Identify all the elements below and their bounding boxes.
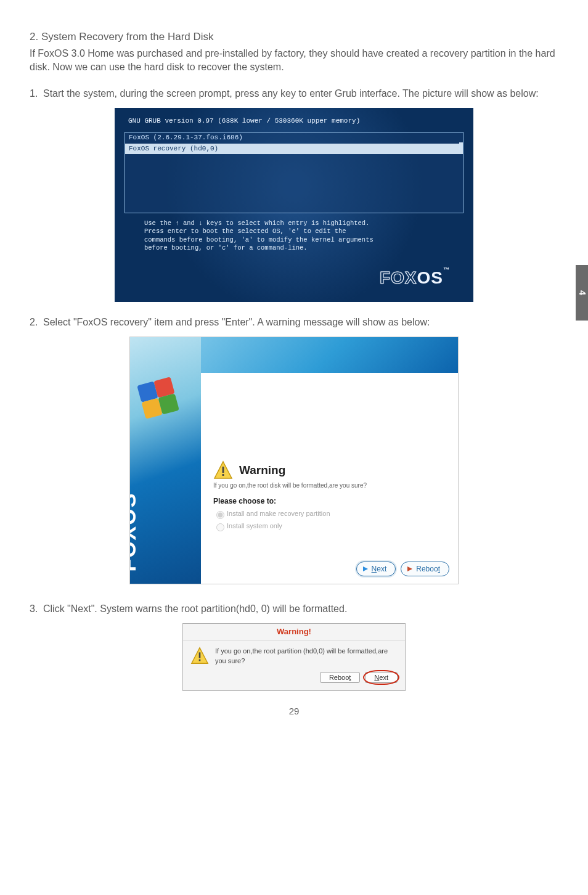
arrow-right-icon: [362, 565, 369, 573]
grub-help-text: Use the ↑ and ↓ keys to select which ent…: [144, 219, 428, 252]
svg-marker-3: [363, 566, 368, 571]
step-2: 2. Select "FoxOS recovery" item and pres…: [30, 316, 558, 329]
section-title: 2. System Recovery from the Hard Disk: [30, 30, 558, 44]
logo-os: OS: [417, 268, 443, 287]
intro-paragraph: If FoxOS 3.0 Home was purchased and pre-…: [30, 47, 558, 75]
installer-option-1-radio[interactable]: [216, 511, 224, 519]
installer-option-1[interactable]: Install and make recovery partition: [213, 509, 447, 519]
svg-rect-1: [223, 467, 224, 473]
step-1-text: Start the system, during the screen prom…: [43, 87, 558, 100]
puzzle-icon: [137, 377, 182, 422]
installer-option-2-radio[interactable]: [216, 523, 224, 531]
logo-fox: FOX: [380, 268, 417, 287]
dialog-warning-icon: [190, 647, 209, 665]
step-3-number: 3.: [30, 602, 43, 616]
installer-screenshot: FOXOS Warning If you go on,the root disk…: [129, 337, 459, 584]
warning-dialog: Warning! If you go on,the root partition…: [182, 623, 406, 691]
logo-tm: ™: [443, 266, 450, 273]
installer-option-2-label: Install system only: [227, 522, 282, 529]
grub-header: GNU GRUB version 0.97 (638K lower / 5303…: [128, 116, 463, 126]
arrow-right-red-icon: [406, 565, 414, 573]
installer-sidebar-brand: FOXOS: [129, 492, 144, 571]
installer-option-2[interactable]: Install system only: [213, 521, 447, 531]
svg-rect-6: [199, 653, 201, 658]
svg-rect-7: [199, 660, 201, 661]
step-2-text: Select "FoxOS recovery" item and press "…: [43, 316, 558, 329]
step-1-number: 1.: [30, 87, 43, 100]
chapter-tab: 4: [576, 265, 588, 321]
step-2-number: 2.: [30, 316, 43, 329]
installer-content: Warning If you go on,the root disk will …: [213, 460, 447, 533]
dialog-next-button[interactable]: NextNext: [365, 672, 398, 683]
step-3: 3. Click "Next". System warns the root p…: [30, 602, 558, 616]
installer-reboot-button[interactable]: RebootReboot: [401, 562, 449, 577]
installer-warning-subtext: If you go on,the root disk will be forma…: [213, 481, 447, 490]
svg-marker-4: [407, 566, 412, 571]
installer-choose-label: Please choose to:: [213, 496, 447, 507]
grub-item-foxos: FoxOS (2.6.29.1-37.fos.i686): [125, 133, 463, 143]
dialog-text: If you go on,the root partition (hd0,0) …: [215, 647, 398, 666]
grub-menu: FoxOS (2.6.29.1-37.fos.i686) FoxOS recov…: [125, 132, 463, 213]
page-number: 29: [30, 705, 558, 717]
dialog-reboot-button[interactable]: RebootReboot: [320, 672, 360, 683]
grub-item-recovery: FoxOS recovery (hd0,0): [125, 144, 463, 154]
installer-sidebar: FOXOS: [130, 337, 201, 584]
installer-option-1-label: Install and make recovery partition: [227, 510, 330, 517]
installer-warning-title: Warning: [239, 462, 285, 479]
grub-screenshot: GNU GRUB version 0.97 (638K lower / 5303…: [115, 108, 473, 302]
warning-triangle-icon: [213, 460, 233, 480]
step-3-text: Click "Next". System warns the root part…: [43, 602, 558, 616]
step-1: 1. Start the system, during the screen p…: [30, 87, 558, 100]
installer-next-button[interactable]: NNextext: [356, 562, 396, 577]
grub-scrollbar-thumb: [459, 142, 463, 150]
svg-rect-2: [223, 474, 224, 476]
dialog-title: Warning!: [183, 624, 405, 640]
grub-foxos-logo: FOXOS™: [125, 266, 463, 290]
